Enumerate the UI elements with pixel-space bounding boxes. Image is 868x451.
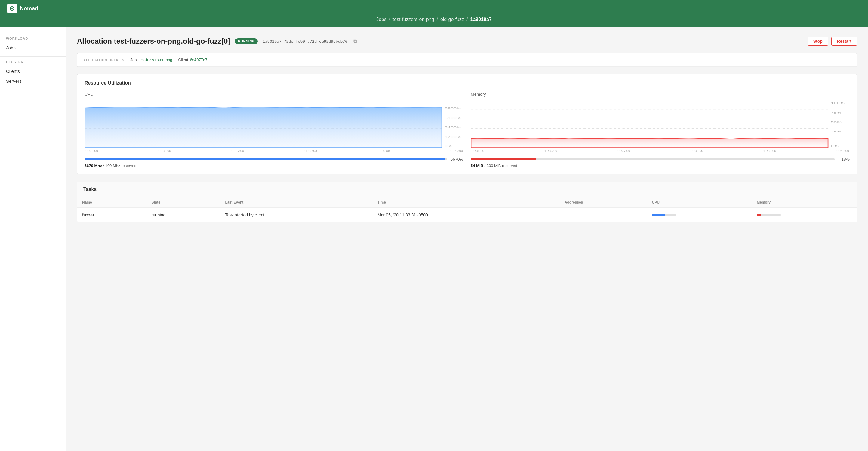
- main-content: Allocation test-fuzzers-on-png.old-go-fu…: [66, 27, 868, 451]
- job-field: Job test-fuzzers-on-png: [130, 57, 172, 62]
- sep2: /: [436, 17, 438, 22]
- client-field: Client 6e4977d7: [178, 57, 207, 62]
- cpu-percent: 6670%: [450, 157, 463, 162]
- sidebar-divider: [0, 56, 66, 57]
- alloc-details-bar: ALLOCATION DETAILS Job test-fuzzers-on-p…: [77, 53, 857, 66]
- table-row[interactable]: fuzzer running Task started by client Ma…: [77, 208, 857, 223]
- sep1: /: [389, 17, 390, 22]
- client-field-label: Client: [178, 57, 188, 62]
- svg-text:0%: 0%: [444, 144, 452, 147]
- alloc-id: 1a9019a7-75de-fe90-a72d-ee95d9ebdb76: [262, 39, 347, 44]
- breadcrumb-taskgroup[interactable]: old-go-fuzz: [440, 17, 464, 22]
- sep3: /: [466, 17, 468, 22]
- status-badge: RUNNING: [235, 38, 258, 44]
- svg-text:75%: 75%: [831, 111, 841, 114]
- resource-utilization-card: Resource Utilization CPU: [77, 74, 857, 174]
- task-name: fuzzer: [77, 208, 147, 223]
- alloc-details-label: ALLOCATION DETAILS: [83, 58, 124, 62]
- memory-percent: 18%: [838, 157, 850, 162]
- workload-label: WORKLOAD: [0, 37, 66, 43]
- svg-text:3400%: 3400%: [444, 126, 461, 129]
- memory-reserved-text: / 300 MiB reserved: [485, 164, 517, 168]
- cpu-label: CPU: [85, 92, 463, 96]
- cpu-chart-section: CPU: [85, 92, 463, 168]
- breadcrumb-alloc: 1a9019a7: [470, 17, 491, 22]
- breadcrumb-bar: Jobs / test-fuzzers-on-png / old-go-fuzz…: [0, 17, 868, 27]
- tasks-table-header-row: Name ↓ State Last Event Time Addresses C…: [77, 197, 857, 208]
- copy-icon[interactable]: ⧉: [353, 38, 357, 44]
- memory-x-4: 11:39:00: [763, 149, 776, 153]
- memory-x-3: 11:38:00: [690, 149, 703, 153]
- cpu-x-labels: 11:35:00 11:36:00 11:37:00 11:38:00 11:3…: [85, 149, 463, 153]
- task-cpu-track: [652, 214, 676, 216]
- tasks-title: Tasks: [77, 182, 857, 197]
- tasks-table-head: Name ↓ State Last Event Time Addresses C…: [77, 197, 857, 208]
- task-cpu-fill: [652, 214, 665, 216]
- svg-text:1700%: 1700%: [444, 135, 461, 139]
- logo: Nomad: [7, 4, 38, 13]
- header-actions: Stop Restart: [808, 37, 857, 46]
- memory-chart-svg: 100% 75% 50% 25% 0%: [471, 100, 850, 147]
- svg-text:100%: 100%: [831, 101, 844, 105]
- task-memory-track: [757, 214, 781, 216]
- stop-button[interactable]: Stop: [808, 37, 828, 46]
- client-link[interactable]: 6e4977d7: [190, 57, 208, 62]
- breadcrumb-job[interactable]: test-fuzzers-on-png: [393, 17, 434, 22]
- col-last-event: Last Event: [220, 197, 373, 208]
- tasks-card: Tasks Name ↓ State Last Event Time Addre…: [77, 181, 857, 223]
- cpu-chart-svg: 6900% 5100% 3400% 1700% 0%: [85, 100, 463, 147]
- job-field-label: Job: [130, 57, 136, 62]
- svg-text:50%: 50%: [831, 120, 841, 124]
- cpu-x-0: 11:35:00: [85, 149, 98, 153]
- memory-x-1: 11:36:00: [545, 149, 557, 153]
- restart-button[interactable]: Restart: [831, 37, 857, 46]
- layout: WORKLOAD Jobs CLUSTER Clients Servers Al…: [0, 27, 868, 451]
- task-state: running: [147, 208, 220, 223]
- topbar: Nomad: [0, 0, 868, 17]
- breadcrumb: Jobs / test-fuzzers-on-png / old-go-fuzz…: [376, 17, 491, 22]
- task-last-event: Task started by client: [220, 208, 373, 223]
- resource-title: Resource Utilization: [85, 80, 850, 86]
- memory-chart-area: 100% 75% 50% 25% 0%: [471, 100, 850, 148]
- breadcrumb-jobs[interactable]: Jobs: [376, 17, 386, 22]
- col-memory: Memory: [752, 197, 857, 208]
- svg-text:25%: 25%: [831, 130, 841, 133]
- page-header: Allocation test-fuzzers-on-png.old-go-fu…: [77, 37, 857, 46]
- cpu-x-1: 11:36:00: [158, 149, 171, 153]
- cpu-x-3: 11:38:00: [304, 149, 317, 153]
- cpu-x-4: 11:39:00: [377, 149, 390, 153]
- memory-usage-value: 54 MiB: [471, 164, 483, 168]
- memory-x-0: 11:35:00: [471, 149, 484, 153]
- task-memory-bar-row: [757, 214, 852, 216]
- col-name: Name ↓: [77, 197, 147, 208]
- memory-bar-track: [471, 158, 835, 161]
- job-link[interactable]: test-fuzzers-on-png: [138, 57, 172, 62]
- tasks-table: Name ↓ State Last Event Time Addresses C…: [77, 197, 857, 222]
- cpu-x-2: 11:37:00: [231, 149, 244, 153]
- memory-chart-section: Memory: [471, 92, 850, 168]
- col-time: Time: [373, 197, 560, 208]
- task-cpu-bar-row: [652, 214, 747, 216]
- cpu-chart-area: 6900% 5100% 3400% 1700% 0%: [85, 100, 463, 148]
- resource-card-body: Resource Utilization CPU: [77, 74, 857, 174]
- task-memory-bar: [752, 208, 857, 223]
- col-state: State: [147, 197, 220, 208]
- sidebar-item-clients[interactable]: Clients: [0, 66, 66, 76]
- sidebar-item-jobs[interactable]: Jobs: [0, 43, 66, 53]
- alloc-details-card: ALLOCATION DETAILS Job test-fuzzers-on-p…: [77, 53, 857, 67]
- tasks-table-body: fuzzer running Task started by client Ma…: [77, 208, 857, 223]
- memory-x-2: 11:37:00: [617, 149, 630, 153]
- svg-text:6900%: 6900%: [444, 107, 461, 110]
- svg-text:5100%: 5100%: [444, 116, 461, 119]
- memory-x-labels: 11:35:00 11:36:00 11:37:00 11:38:00 11:3…: [471, 149, 850, 153]
- memory-x-5: 11:40:00: [836, 149, 849, 153]
- logo-icon: [7, 4, 17, 13]
- sidebar-item-servers[interactable]: Servers: [0, 76, 66, 86]
- cpu-bar-fill: [85, 158, 445, 161]
- cpu-usage-label: 6670 Mhz / 100 Mhz reserved: [85, 164, 463, 168]
- memory-bar-row: 18%: [471, 157, 850, 162]
- task-cpu-bar: [647, 208, 752, 223]
- charts-row: CPU: [85, 92, 850, 168]
- task-memory-fill: [757, 214, 761, 216]
- memory-label: Memory: [471, 92, 850, 96]
